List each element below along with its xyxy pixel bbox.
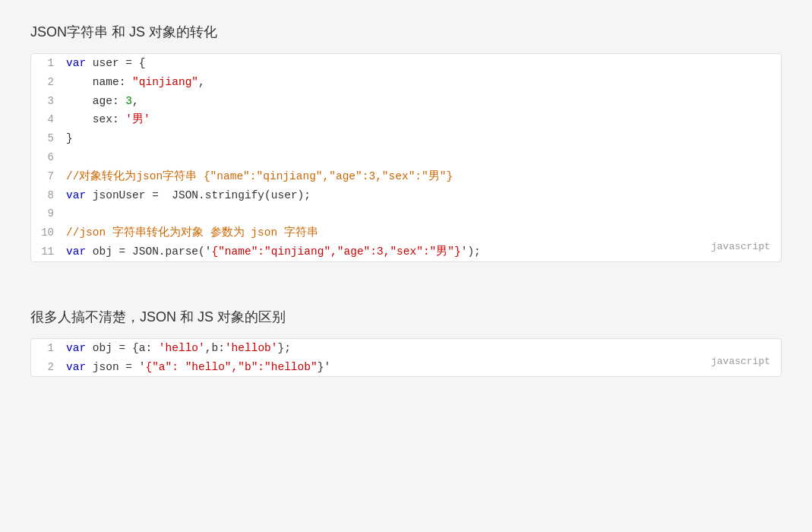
code-line: 8var jsonUser = JSON.stringify(user); bbox=[31, 186, 781, 205]
token: }; bbox=[278, 342, 291, 354]
token: //对象转化为json字符串 {"name":"qinjiang","age":… bbox=[66, 170, 453, 182]
line-number: 1 bbox=[31, 340, 66, 358]
code-line: 7//对象转化为json字符串 {"name":"qinjiang","age"… bbox=[31, 167, 781, 186]
code-line: 2 name: "qinjiang", bbox=[31, 73, 781, 92]
section-2-title: 很多人搞不清楚，JSON 和 JS 对象的区别 bbox=[30, 308, 782, 326]
token: : bbox=[112, 95, 125, 107]
line-number: 2 bbox=[31, 359, 66, 377]
line-content: } bbox=[66, 129, 781, 148]
token: = bbox=[112, 245, 132, 258]
token: age bbox=[93, 95, 112, 107]
token: 'hellob' bbox=[225, 342, 278, 354]
token: , bbox=[198, 76, 205, 88]
token: var bbox=[66, 189, 93, 201]
code-line: 1var obj = {a: 'hello',b:'hellob'}; bbox=[31, 339, 781, 358]
token: sex bbox=[93, 113, 112, 125]
token: obj bbox=[93, 342, 112, 354]
lang-label-1: javascript bbox=[711, 239, 770, 255]
token: var bbox=[66, 361, 93, 373]
code-line: 1var user = { bbox=[31, 54, 781, 73]
line-content: age: 3, bbox=[66, 92, 781, 111]
line-number: 2 bbox=[31, 74, 66, 92]
line-content: sex: '男' bbox=[66, 110, 781, 129]
token: , bbox=[132, 95, 139, 107]
code-line: 2var json = '{"a": "hello","b":"hellob"}… bbox=[31, 358, 781, 377]
line-content: var jsonUser = JSON.stringify(user); bbox=[66, 186, 781, 205]
token: ); bbox=[298, 189, 311, 201]
token: name bbox=[93, 76, 119, 88]
page-container: JSON字符串 和 JS 对象的转化 1var user = {2 name: … bbox=[30, 23, 782, 377]
token: : bbox=[145, 342, 158, 354]
token: : bbox=[112, 113, 125, 125]
code-line: 6 bbox=[31, 148, 781, 167]
token: JSON.parse bbox=[132, 245, 198, 258]
token: //json 字符串转化为对象 参数为 json 字符串 bbox=[66, 226, 318, 239]
section-1: JSON字符串 和 JS 对象的转化 1var user = {2 name: … bbox=[30, 23, 782, 262]
code-line: 3 age: 3, bbox=[31, 92, 781, 111]
line-content: //对象转化为json字符串 {"name":"qinjiang","age":… bbox=[66, 167, 781, 186]
line-number: 1 bbox=[31, 55, 66, 73]
line-number: 11 bbox=[31, 243, 66, 261]
token: var bbox=[66, 342, 93, 354]
token: {"a": "hello","b":"hellob" bbox=[145, 361, 317, 373]
line-content bbox=[66, 204, 781, 223]
code-lines-2: 1var obj = {a: 'hello',b:'hellob'};2var … bbox=[31, 339, 781, 377]
line-number: 5 bbox=[31, 130, 66, 148]
token: user bbox=[271, 189, 298, 201]
token: = ' bbox=[119, 361, 146, 373]
line-number: 3 bbox=[31, 93, 66, 111]
token: : bbox=[119, 76, 132, 88]
token: }' bbox=[318, 361, 330, 373]
line-number: 8 bbox=[31, 187, 66, 205]
section-1-title: JSON字符串 和 JS 对象的转化 bbox=[30, 23, 782, 41]
line-number: 6 bbox=[31, 149, 66, 167]
code-block-2: 1var obj = {a: 'hello',b:'hellob'};2var … bbox=[30, 338, 782, 378]
code-line: 4 sex: '男' bbox=[31, 110, 781, 129]
token: user bbox=[93, 57, 119, 69]
code-block-1: 1var user = {2 name: "qinjiang",3 age: 3… bbox=[30, 53, 782, 262]
line-number: 7 bbox=[31, 168, 66, 186]
token: '); bbox=[461, 245, 481, 258]
line-content: //json 字符串转化为对象 参数为 json 字符串 bbox=[66, 223, 781, 242]
section-2: 很多人搞不清楚，JSON 和 JS 对象的区别 1var obj = {a: '… bbox=[30, 308, 782, 378]
section-gap bbox=[30, 285, 782, 308]
token: = bbox=[145, 189, 172, 201]
token: obj bbox=[93, 245, 112, 258]
line-content: name: "qinjiang", bbox=[66, 73, 781, 92]
token: = { bbox=[112, 342, 139, 354]
line-content: var json = '{"a": "hello","b":"hellob"}' bbox=[66, 358, 781, 377]
token: json bbox=[93, 361, 119, 373]
token: : bbox=[218, 342, 225, 354]
code-line: 9 bbox=[31, 204, 781, 223]
token: jsonUser bbox=[93, 189, 146, 201]
token: ( bbox=[264, 189, 271, 201]
code-line: 10//json 字符串转化为对象 参数为 json 字符串 bbox=[31, 223, 781, 242]
token: JSON.stringify bbox=[172, 189, 264, 201]
token: var bbox=[66, 245, 93, 258]
line-number: 9 bbox=[31, 205, 66, 223]
token: b bbox=[211, 342, 218, 354]
line-content bbox=[66, 148, 781, 167]
line-content: var obj = {a: 'hello',b:'hellob'}; bbox=[66, 339, 781, 358]
line-content: var obj = JSON.parse('{"name":"qinjiang"… bbox=[66, 242, 781, 261]
token bbox=[66, 95, 93, 107]
token bbox=[66, 113, 93, 125]
code-lines-1: 1var user = {2 name: "qinjiang",3 age: 3… bbox=[31, 54, 781, 261]
token: "qinjiang" bbox=[132, 76, 198, 88]
token: } bbox=[66, 132, 73, 144]
code-line: 5} bbox=[31, 129, 781, 148]
token: 'hello' bbox=[159, 342, 205, 354]
token: var bbox=[66, 57, 93, 69]
token: 3 bbox=[125, 95, 132, 107]
token: (' bbox=[198, 245, 211, 258]
line-number: 4 bbox=[31, 111, 66, 129]
line-content: var user = { bbox=[66, 54, 781, 73]
lang-label-2: javascript bbox=[711, 353, 770, 370]
token: {"name":"qinjiang","age":3,"sex":"男"} bbox=[211, 245, 460, 258]
token: '男' bbox=[125, 113, 150, 125]
token bbox=[66, 76, 93, 88]
token: = { bbox=[119, 57, 146, 69]
code-line: 11var obj = JSON.parse('{"name":"qinjian… bbox=[31, 242, 781, 261]
line-number: 10 bbox=[31, 224, 66, 242]
